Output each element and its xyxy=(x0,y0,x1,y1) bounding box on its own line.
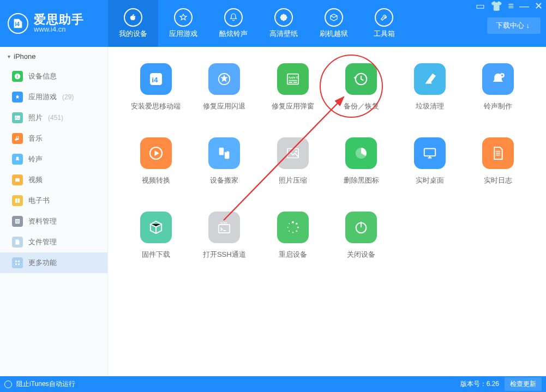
bell-icon xyxy=(12,154,23,165)
close-icon[interactable]: ✕ xyxy=(535,1,543,11)
svg-point-40 xyxy=(292,221,294,224)
svg-rect-37 xyxy=(424,149,435,156)
tool-fix-crash[interactable]: 修复应用闪退 xyxy=(193,63,256,111)
tab-flash[interactable]: 刷机越狱 xyxy=(309,0,359,47)
tool-install-i4[interactable]: i4 安装爱思移动端 xyxy=(124,63,188,111)
sidebar-item-more-tools[interactable]: 更多功能 xyxy=(0,252,107,273)
tool-make-ringtone[interactable]: 铃声制作 xyxy=(467,63,530,111)
sidebar-item-video[interactable]: 视频 xyxy=(0,170,107,190)
sidebar-item-label: 更多功能 xyxy=(28,258,57,268)
sidebar-item-ringtones[interactable]: 铃声 xyxy=(0,149,107,170)
svg-point-42 xyxy=(297,226,299,228)
tool-clean-junk[interactable]: 垃圾清理 xyxy=(398,63,461,111)
menu-icon[interactable]: ≡ xyxy=(508,1,514,11)
status-bar: 阻止iTunes自动运行 版本号：6.26 检查更新 xyxy=(0,376,546,392)
svg-point-8 xyxy=(281,18,283,20)
appstore-refresh-icon xyxy=(208,63,240,95)
tool-label: 重启设备 xyxy=(279,250,307,260)
tab-apps[interactable]: 应用游戏 xyxy=(158,0,208,47)
sidebar-item-label: 资料管理 xyxy=(28,216,57,226)
svg-point-7 xyxy=(284,15,286,16)
sidebar-item-device-info[interactable]: i 设备信息 xyxy=(0,66,107,87)
svg-rect-27 xyxy=(289,82,292,83)
tool-label: 关闭设备 xyxy=(347,250,375,260)
power-icon xyxy=(345,212,377,243)
svg-text:i4: i4 xyxy=(152,76,158,84)
transfer-icon xyxy=(208,137,240,169)
tab-label: 应用游戏 xyxy=(169,29,197,39)
tool-firmware-download[interactable]: 固件下载 xyxy=(124,212,188,260)
svg-rect-38 xyxy=(219,225,230,233)
status-circle-icon[interactable] xyxy=(4,381,12,388)
sidebar-item-music[interactable]: 音乐 xyxy=(0,128,107,149)
book-icon xyxy=(12,195,23,206)
tab-label: 我的设备 xyxy=(119,29,147,39)
apple-icon xyxy=(124,8,142,27)
terminal-ssh-icon: SSH xyxy=(208,212,240,243)
sidebar-item-label: 应用游戏 xyxy=(28,92,57,102)
tool-device-migrate[interactable]: 设备搬家 xyxy=(193,137,256,185)
sidebar: ▾ iPhone i 设备信息 应用游戏 (29) 照片 (451) 音乐 xyxy=(0,47,108,376)
tab-wallpapers[interactable]: 高清壁纸 xyxy=(259,0,309,47)
i4-logo-icon: i4 xyxy=(140,63,172,95)
sidebar-item-count: (451) xyxy=(48,114,63,122)
photo-icon xyxy=(12,112,23,123)
download-center-button[interactable]: 下载中心 xyxy=(487,17,541,34)
tool-label: 固件下载 xyxy=(142,250,170,260)
time-machine-icon xyxy=(345,63,377,95)
box-icon xyxy=(325,8,343,27)
sidebar-item-file-mgmt[interactable]: 文件管理 xyxy=(0,232,107,252)
sidebar-item-apps[interactable]: 应用游戏 (29) xyxy=(0,87,107,107)
svg-point-35 xyxy=(295,150,297,152)
tab-toolbox[interactable]: 工具箱 xyxy=(359,0,409,47)
header-tabs: 我的设备 应用游戏 酷炫铃声 高清壁纸 刷机越狱 xyxy=(108,0,409,47)
tool-delete-black-icons[interactable]: 删除黑图标 xyxy=(330,137,393,185)
sidebar-item-label: 音乐 xyxy=(28,134,43,143)
svg-text:SSH: SSH xyxy=(220,221,227,225)
svg-rect-28 xyxy=(293,82,297,83)
svg-point-6 xyxy=(281,15,283,16)
tool-label: 修复应用弹窗 xyxy=(272,101,314,111)
tool-shutdown-device[interactable]: 关闭设备 xyxy=(330,212,393,260)
bell-plus-icon xyxy=(482,63,514,95)
tool-live-desktop[interactable]: 实时桌面 xyxy=(398,137,461,185)
tool-label: 垃圾清理 xyxy=(416,101,444,111)
bell-icon xyxy=(224,8,243,27)
tool-backup-restore[interactable]: 备份／恢复 xyxy=(330,63,393,111)
feedback-icon[interactable]: ▭ xyxy=(476,1,485,11)
tool-label: 设备搬家 xyxy=(210,176,238,185)
minimize-icon[interactable]: — xyxy=(519,1,529,11)
tool-live-log[interactable]: 实时日志 xyxy=(467,137,530,185)
svg-point-41 xyxy=(296,223,297,225)
tab-label: 工具箱 xyxy=(374,29,395,39)
tool-photo-compress[interactable]: 照片压缩 xyxy=(261,137,325,185)
sidebar-item-data-mgmt[interactable]: 资料管理 xyxy=(0,211,107,232)
sidebar-item-count: (29) xyxy=(62,93,74,101)
file-icon xyxy=(12,237,23,248)
tool-label: 铃声制作 xyxy=(484,101,512,111)
info-icon: i xyxy=(12,71,23,82)
sidebar-item-photos[interactable]: 照片 (451) xyxy=(0,107,107,128)
svg-text:i: i xyxy=(17,74,18,79)
svg-rect-32 xyxy=(219,148,224,155)
check-update-button[interactable]: 检查更新 xyxy=(505,377,542,391)
sidebar-item-ebooks[interactable]: 电子书 xyxy=(0,190,107,211)
svg-rect-19 xyxy=(15,263,17,265)
monitor-icon xyxy=(414,137,446,169)
chevron-down-icon: ▾ xyxy=(8,53,10,59)
svg-text:Apple ID: Apple ID xyxy=(288,76,299,79)
status-left-text[interactable]: 阻止iTunes自动运行 xyxy=(16,379,75,389)
tool-restart-device[interactable]: 重启设备 xyxy=(261,212,325,260)
tool-open-ssh[interactable]: SSH 打开SSH通道 xyxy=(193,212,256,260)
tool-video-convert[interactable]: 视频转换 xyxy=(124,137,188,185)
svg-point-46 xyxy=(287,227,288,228)
tool-fix-popup[interactable]: Apple ID 修复应用弹窗 xyxy=(261,63,325,111)
flower-icon xyxy=(274,8,293,27)
tab-my-device[interactable]: 我的设备 xyxy=(108,0,158,47)
tool-label: 打开SSH通道 xyxy=(203,250,246,260)
sidebar-device-header[interactable]: ▾ iPhone xyxy=(0,47,107,66)
tab-ringtones[interactable]: 酷炫铃声 xyxy=(208,0,259,47)
svg-rect-17 xyxy=(15,261,17,262)
skin-icon[interactable]: 👕 xyxy=(490,1,502,11)
document-lines-icon xyxy=(482,137,514,169)
